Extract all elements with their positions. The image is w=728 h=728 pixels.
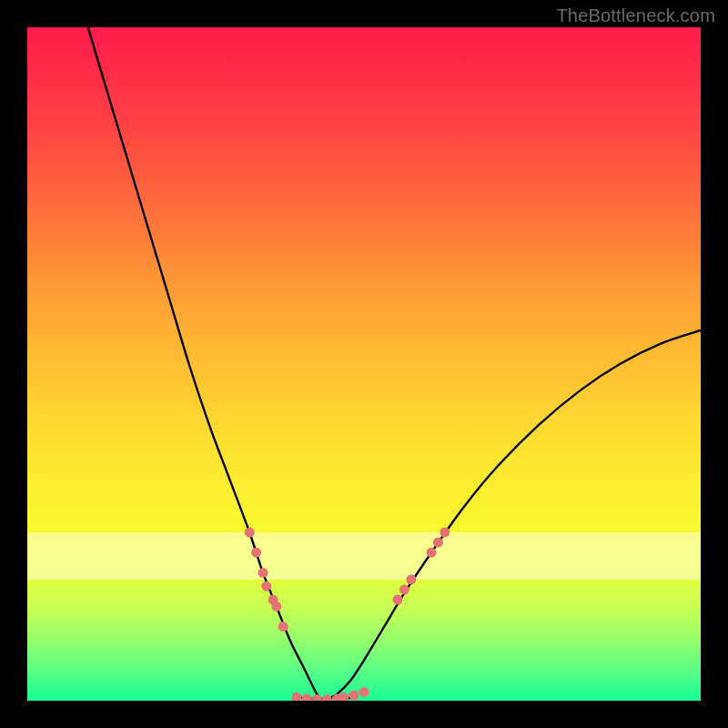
data-dot xyxy=(359,687,369,697)
curve-svg xyxy=(27,27,701,701)
data-dot xyxy=(278,622,288,632)
data-dot xyxy=(406,574,416,584)
data-dot xyxy=(349,691,359,701)
data-dot xyxy=(433,538,443,548)
data-dot xyxy=(271,602,281,612)
watermark-text: TheBottleneck.com xyxy=(556,5,715,26)
data-dot xyxy=(427,548,437,558)
curve-right-branch xyxy=(324,330,701,701)
data-dot xyxy=(302,693,312,701)
data-dot xyxy=(245,528,255,538)
data-dot xyxy=(312,694,322,701)
dot-cluster-group xyxy=(245,528,450,702)
data-dot xyxy=(322,694,332,701)
data-dot xyxy=(258,568,268,578)
curve-left-branch xyxy=(88,27,324,701)
data-dot xyxy=(339,693,349,701)
data-dot xyxy=(399,584,410,594)
plot-area xyxy=(27,27,701,701)
data-dot xyxy=(292,693,302,701)
outer-frame: TheBottleneck.com xyxy=(0,0,728,728)
data-dot xyxy=(261,581,271,592)
data-dot xyxy=(251,548,261,558)
data-dot xyxy=(440,528,450,538)
data-dot xyxy=(393,595,403,605)
